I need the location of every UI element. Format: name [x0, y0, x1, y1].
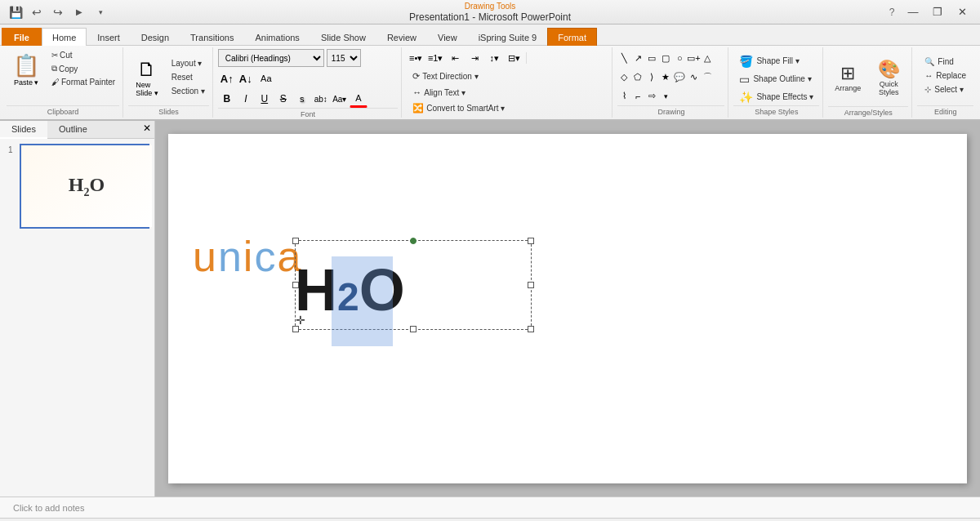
find-icon: 🔍: [924, 57, 934, 66]
text-selection-box[interactable]: [295, 240, 532, 330]
undo-button[interactable]: ↩: [28, 3, 46, 21]
handle-middle-left[interactable]: [292, 282, 299, 288]
shrink-font-button[interactable]: A↓: [237, 69, 255, 87]
find-button[interactable]: 🔍 Find: [920, 56, 970, 68]
select-button[interactable]: ⊹ Select ▾: [920, 83, 970, 96]
shape-line[interactable]: ╲: [617, 51, 630, 65]
slide-thumbnail-1[interactable]: H2O: [20, 144, 149, 229]
tab-transitions[interactable]: Transitions: [180, 28, 244, 46]
unica-watermark-text: unica: [193, 232, 302, 281]
shape-expand[interactable]: ▾: [659, 90, 672, 103]
spacing-button[interactable]: ab↕: [312, 90, 330, 108]
tab-animations[interactable]: Animations: [244, 28, 310, 46]
shape-rect[interactable]: ▭: [645, 51, 658, 65]
shape-freeform[interactable]: ⌒: [701, 70, 714, 83]
shape-connector[interactable]: ⌇: [617, 90, 630, 103]
underline-button[interactable]: U: [256, 90, 274, 108]
new-slide-button[interactable]: 🗋 NewSlide ▾: [128, 54, 166, 101]
shape-block-arrow[interactable]: ⇨: [645, 90, 658, 103]
shape-3d[interactable]: ◇: [617, 70, 630, 83]
tab-slideshow[interactable]: Slide Show: [310, 28, 376, 46]
customize-quick-access-button[interactable]: ▾: [91, 3, 109, 21]
handle-top-right[interactable]: [528, 238, 534, 244]
layout-button[interactable]: Layout ▾: [167, 57, 209, 69]
shape-more[interactable]: ▭+: [687, 51, 700, 65]
shape-oval[interactable]: ○: [673, 51, 686, 65]
shape-elbow[interactable]: ⌐: [631, 90, 644, 103]
handle-bottom-left[interactable]: [292, 326, 299, 332]
shape-star[interactable]: ★: [659, 70, 672, 83]
handle-top-middle[interactable]: [410, 238, 416, 244]
handle-bottom-middle[interactable]: [410, 326, 416, 332]
tab-home[interactable]: Home: [42, 28, 87, 46]
bold-button[interactable]: B: [218, 90, 236, 108]
shape-effects-button[interactable]: ✨ Shape Effects ▾: [733, 89, 819, 105]
replace-button[interactable]: ↔ Replace: [920, 69, 970, 82]
status-bar: Slide 1 of 1 "Office Theme" English (U.S…: [0, 518, 980, 521]
drawing-tools-label: Drawing Tools: [465, 2, 516, 11]
slide-thumb-content: H2O: [21, 145, 152, 227]
font-color-button[interactable]: A: [350, 90, 368, 108]
grow-font-button[interactable]: A↑: [218, 69, 236, 87]
tab-design[interactable]: Design: [131, 28, 180, 46]
align-text-button[interactable]: ↔ Align Text ▾: [407, 85, 510, 100]
shape-callout[interactable]: 💬: [673, 70, 686, 83]
handle-top-left[interactable]: [292, 238, 299, 244]
decrease-indent-button[interactable]: ⇤: [446, 49, 464, 67]
new-slide-label: NewSlide ▾: [136, 81, 158, 97]
handle-bottom-right[interactable]: [528, 326, 534, 332]
shadow-button[interactable]: s: [293, 90, 311, 108]
increase-indent-button[interactable]: ⇥: [466, 49, 483, 67]
paste-button[interactable]: 📋 Paste▾: [7, 49, 46, 105]
copy-button[interactable]: ⧉ Copy: [47, 62, 119, 75]
tab-format[interactable]: Format: [547, 28, 597, 46]
format-painter-button[interactable]: 🖌 Format Painter: [47, 76, 119, 88]
italic-button[interactable]: I: [237, 90, 255, 108]
shape-outline-button[interactable]: ▭ Shape Outline ▾: [733, 71, 819, 87]
reset-button[interactable]: Reset: [167, 71, 209, 83]
handle-middle-right[interactable]: [528, 282, 534, 288]
shape-chevron[interactable]: ⟩: [645, 70, 658, 83]
tab-review[interactable]: Review: [376, 28, 427, 46]
minimize-button[interactable]: —: [902, 4, 924, 20]
clear-formatting-button[interactable]: Aa: [257, 69, 275, 87]
sidebar-tab-outline[interactable]: Outline: [47, 121, 99, 138]
slide-canvas[interactable]: unica H 2 O ✛: [168, 134, 967, 483]
shape-eq[interactable]: △: [701, 51, 714, 65]
save-button[interactable]: 💾: [7, 3, 24, 21]
shape-curve[interactable]: ∿: [687, 70, 700, 83]
font-size-select[interactable]: 115: [327, 49, 361, 67]
font-name-select[interactable]: Calibri (Headings): [218, 49, 324, 67]
tab-ispring[interactable]: iSpring Suite 9: [468, 28, 548, 46]
close-button[interactable]: ✕: [951, 4, 973, 20]
redo-button[interactable]: ↪: [49, 3, 67, 21]
notes-area[interactable]: Click to add notes: [0, 497, 980, 518]
run-button[interactable]: ▶: [70, 3, 88, 21]
slide-panel[interactable]: 1 H2O: [0, 139, 154, 497]
restore-button[interactable]: ❐: [926, 4, 949, 20]
cut-button[interactable]: ✂ Cut: [47, 49, 119, 61]
bullets-button[interactable]: ≡•▾: [407, 49, 425, 67]
sidebar-tab-slides[interactable]: Slides: [0, 121, 47, 139]
font-label: Font: [218, 108, 398, 118]
text-direction-button[interactable]: ⟳ Text Direction ▾: [407, 69, 510, 84]
case-button[interactable]: Aa▾: [331, 90, 349, 108]
section-button[interactable]: Section ▾: [167, 85, 209, 97]
tab-view[interactable]: View: [427, 28, 468, 46]
numbering-button[interactable]: ≡1▾: [426, 49, 444, 67]
line-spacing-button[interactable]: ↕▾: [485, 49, 503, 67]
shape-rounded-rect[interactable]: ▢: [659, 51, 672, 65]
arrange-button[interactable]: ⊞ Arrange: [828, 48, 867, 107]
quick-styles-button[interactable]: 🎨 Quick Styles: [869, 48, 908, 107]
canvas-area[interactable]: unica H 2 O ✛: [155, 121, 980, 497]
sidebar-close-button[interactable]: ✕: [140, 121, 154, 138]
shape-fill-button[interactable]: 🪣 Shape Fill ▾: [733, 53, 819, 69]
shape-arrow[interactable]: ↗: [631, 51, 644, 65]
tab-file[interactable]: File: [2, 28, 42, 46]
convert-smartart-button[interactable]: 🔀 Convert to SmartArt ▾: [407, 100, 510, 116]
columns-button[interactable]: ⊟▾: [505, 49, 523, 67]
shape-pentagon[interactable]: ⬠: [631, 70, 644, 83]
help-icon[interactable]: ?: [884, 4, 900, 20]
tab-insert[interactable]: Insert: [87, 28, 131, 46]
strikethrough-button[interactable]: S: [274, 90, 292, 108]
